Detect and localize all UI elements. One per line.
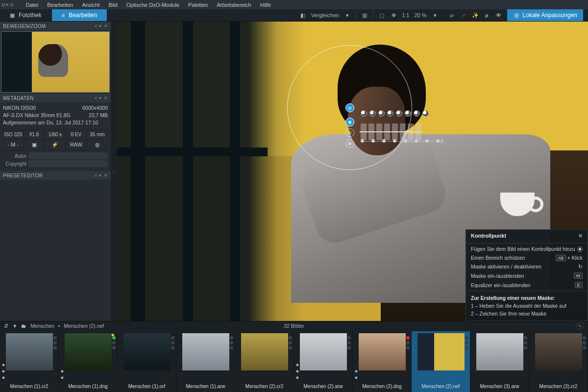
author-label: Autor — [3, 153, 26, 159]
panel-meta-title: METADATEN — [3, 96, 34, 101]
chevron-down-icon[interactable]: ▾ — [432, 12, 439, 19]
horizon-icon[interactable]: ⟋ — [460, 12, 467, 18]
toggle-icon[interactable]: ↻ — [578, 264, 583, 270]
cp-pin-4[interactable]: ⊗ — [345, 139, 354, 148]
cp-pin-main[interactable]: ◎ — [345, 103, 354, 112]
popup-step-1: 1 – Heben Sie die Auswahl der Maske auf — [466, 302, 588, 310]
thumb-cell[interactable]: ★★★ Menschen (1).cr2 — [0, 331, 59, 392]
panel-menu-icon[interactable]: ≡ — [95, 24, 98, 28]
move-icon[interactable]: ✥ — [390, 12, 397, 19]
popup-close-icon[interactable]: ✕ — [578, 233, 583, 239]
filter-icon[interactable]: ▼ — [12, 323, 17, 329]
thumb-caption: Menschen (1).arw — [186, 382, 225, 392]
menu-workspace[interactable]: Arbeitsbereich — [217, 2, 251, 8]
thumb-cell-selected[interactable]: Menschen (2).nef — [412, 331, 470, 392]
meta-lens: AF-S DX Nikkor 35mm f/1.8G — [3, 112, 71, 119]
thumb-cell[interactable]: ★★ Menschen (2).dng — [353, 331, 412, 392]
fit-icon[interactable]: ▢ — [378, 12, 385, 19]
menu-view[interactable]: Ansicht — [82, 2, 99, 8]
navigator-thumbnail[interactable] — [1, 31, 110, 93]
panel-undock-icon[interactable]: ▾ — [99, 96, 101, 100]
rating-stars[interactable]: ★★★ — [295, 334, 300, 380]
image-viewer[interactable]: ◎ ◉ ⊙ ⊗ ↺ — [117, 22, 588, 321]
eq-mode-2[interactable] — [369, 110, 376, 117]
local-adjustments-label: Lokale Anpassungen — [523, 12, 577, 19]
copyright-input[interactable] — [28, 160, 108, 167]
patch-icon[interactable]: ⌀ — [484, 12, 490, 19]
sliders-icon: ≡ — [62, 12, 65, 18]
panel-close-icon[interactable]: ✕ — [104, 24, 108, 28]
compare-split-icon[interactable]: ◧ — [299, 12, 306, 19]
rating-stars[interactable]: ★★★ — [1, 334, 6, 380]
panel-close-icon[interactable]: ✕ — [104, 96, 108, 100]
equalizer-sliders[interactable] — [361, 123, 421, 140]
rating-stars[interactable]: ★★ — [60, 334, 65, 380]
cp-pin-2[interactable]: ◉ — [345, 118, 354, 126]
panel-menu-icon[interactable]: ≡ — [95, 96, 98, 100]
breadcrumb-folder[interactable]: Menschen — [30, 323, 54, 329]
menu-dxo-modules[interactable]: Optische DxO-Module — [126, 2, 179, 8]
thumb-caption: Menschen (2).arw — [303, 382, 343, 392]
magic-wand-icon[interactable]: ✨ — [472, 12, 479, 19]
menu-image[interactable]: Bild — [108, 2, 117, 8]
menu-edit[interactable]: Bearbeiten — [47, 2, 73, 8]
panel-undock-icon[interactable]: ▾ — [99, 173, 101, 178]
panel-preset-header[interactable]: PRESETEDITOR ≡▾✕ — [0, 171, 111, 180]
zoom-percent[interactable]: 20 % — [414, 12, 426, 18]
menu-file[interactable]: Datei — [26, 2, 39, 8]
exif-meter-icon: ▣ — [24, 139, 45, 150]
eq-mode-1[interactable] — [361, 110, 367, 117]
filmstrip[interactable]: ★★★ Menschen (1).cr2 ★★ ⚑ Menschen (1).d… — [0, 330, 588, 392]
thumb-cell[interactable]: Menschen (1).arw — [176, 331, 235, 392]
panel-nav-header[interactable]: BEWEGEN/ZOOM ≡▾✕ — [0, 22, 111, 30]
compare-dropdown[interactable]: Vergleichen — [311, 12, 340, 18]
menu-help[interactable]: Hilfe — [260, 2, 271, 8]
thumb-cell[interactable]: Menschen (1).orf — [118, 331, 176, 392]
cp-pin-3[interactable]: ⊙ — [345, 128, 354, 137]
mode-bar: ▦ Fotothek ≡ Bearbeiten ◧ Vergleichen ▾ … — [0, 9, 588, 22]
filmstrip-expand-icon[interactable]: ⤡ — [576, 322, 584, 330]
panel-close-icon[interactable]: ✕ — [104, 173, 108, 178]
chevron-down-icon[interactable]: ▾ — [344, 12, 351, 19]
popup-step-2: 2 – Zeichen Sie Ihre neue Maske — [466, 310, 588, 320]
eq-mode-5[interactable] — [396, 110, 402, 117]
eq-mode-7[interactable] — [414, 110, 420, 117]
filmstrip-area: ⇵ ▼ 🖿 Menschen • Menschen (2).nef 32 Bil… — [0, 321, 588, 392]
book-icon[interactable]: ▥ — [361, 12, 368, 19]
thumb-cell[interactable]: Menschen (3).arw — [470, 331, 529, 392]
exif-focal: 35 mm — [87, 130, 108, 139]
exif-ev: 0 EV — [66, 130, 87, 139]
eq-mode-6[interactable] — [405, 110, 411, 117]
thumb-cell[interactable]: ★★ ⚑ Menschen (1).dng — [59, 331, 118, 392]
crop-icon[interactable]: ▱ — [448, 12, 455, 19]
panel-undock-icon[interactable]: ▾ — [99, 24, 101, 28]
popup-show-eq: Equalizer ein-/ausblenden — [471, 282, 530, 288]
mode-library[interactable]: ▦ Fotothek — [0, 9, 52, 21]
thumb-cell[interactable]: Menschen (3).cr2 — [529, 331, 588, 392]
thumb-cell[interactable]: ★★★ Menschen (2).arw — [294, 331, 353, 392]
rating-stars[interactable]: ★★ — [354, 334, 359, 380]
eq-mode-4[interactable] — [387, 110, 393, 117]
thumb-caption: Menschen (1).orf — [128, 382, 166, 392]
menu-palettes[interactable]: Paletten — [188, 2, 208, 8]
kbd-e: E — [575, 282, 583, 288]
zoom-ratio[interactable]: 1:1 — [402, 12, 409, 18]
control-point-overlay[interactable]: ◎ ◉ ⊙ ⊗ ↺ — [287, 45, 412, 170]
local-adjustments-button[interactable]: ◎ Lokale Anpassungen — [507, 9, 583, 21]
mode-edit[interactable]: ≡ Bearbeiten — [52, 9, 107, 21]
grid-icon: ▦ — [10, 12, 15, 19]
folder-icon: 🖿 — [21, 323, 26, 329]
eq-reset-icon[interactable]: ↺ — [439, 138, 443, 145]
exif-iso: ISO 320 — [3, 130, 24, 139]
sort-icon[interactable]: ⇵ — [4, 323, 8, 329]
eq-mode-3[interactable] — [378, 110, 385, 117]
eye-icon[interactable]: 👁 — [495, 12, 502, 18]
thumb-caption: Menschen (3).cr2 — [539, 382, 578, 392]
thumb-cell[interactable]: Menschen (2).cr2 — [235, 331, 294, 392]
eq-mode-8[interactable] — [422, 110, 429, 117]
panel-menu-icon[interactable]: ≡ — [95, 173, 98, 178]
left-collapse-handle[interactable]: ‹ — [111, 22, 117, 321]
add-point-icon[interactable] — [577, 246, 583, 252]
panel-meta-header[interactable]: METADATEN ≡▾✕ — [0, 94, 111, 102]
author-input[interactable] — [28, 152, 108, 159]
